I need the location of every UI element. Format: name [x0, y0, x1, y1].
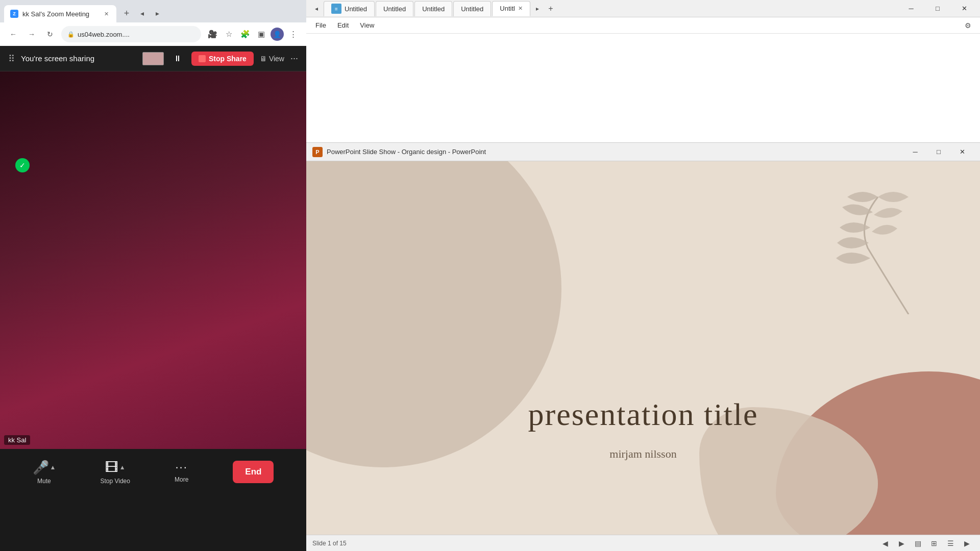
notepad-edit-menu[interactable]: Edit — [332, 19, 354, 31]
right-panel: ◂ ≡ Untitled Untitled Untitled Untitled … — [306, 0, 980, 551]
video-chevron-icon: ▲ — [119, 464, 126, 471]
mute-label: Mute — [37, 478, 51, 485]
view-button[interactable]: 🖥 View — [260, 55, 284, 63]
notepad-tab-2[interactable]: Untitled — [376, 1, 413, 16]
notepad-content[interactable] — [306, 34, 980, 142]
tab-favicon: Z — [10, 10, 18, 18]
powerpoint-window: P PowerPoint Slide Show - Organic design… — [306, 143, 980, 551]
reload-button[interactable]: ↻ — [43, 27, 57, 41]
tab-nav-back[interactable]: ◂ — [135, 6, 149, 20]
notepad-window: ◂ ≡ Untitled Untitled Untitled Untitled … — [306, 0, 980, 143]
normal-view-button[interactable]: ▤ — [911, 536, 925, 550]
ppt-close-button[interactable]: ✕ — [950, 144, 974, 160]
forward-button[interactable]: → — [24, 27, 39, 41]
view-label: View — [269, 55, 284, 63]
ppt-maximize-button[interactable]: □ — [927, 144, 950, 160]
ppt-window-buttons: ─ □ ✕ — [903, 144, 974, 160]
notepad-tab-2-label: Untitled — [383, 5, 406, 13]
security-badge: ✓ — [15, 158, 30, 172]
notepad-settings-button[interactable]: ⚙ — [960, 17, 976, 34]
notepad-new-tab-button[interactable]: + — [545, 3, 557, 15]
next-slide-button[interactable]: ▶ — [894, 536, 909, 550]
video-icon: 🎞 — [105, 460, 118, 475]
notepad-tab-5-close[interactable]: ✕ — [518, 5, 523, 12]
notepad-window-buttons: ─ □ ✕ — [899, 1, 976, 16]
sharing-status-text: You're screen sharing — [21, 54, 136, 63]
notepad-titlebar: ◂ ≡ Untitled Untitled Untitled Untitled … — [306, 0, 980, 17]
notepad-tab-1-label: Untitled — [345, 5, 367, 13]
pause-share-button[interactable]: ⏸ — [170, 51, 185, 66]
participant-name-label: kk Sal — [4, 435, 30, 445]
reading-view-button[interactable]: ☰ — [943, 536, 958, 550]
active-tab[interactable]: Z kk Sal's Zoom Meeting ✕ — [4, 5, 116, 22]
slide-thumbnail[interactable] — [142, 52, 164, 65]
more-share-button[interactable]: ··· — [290, 53, 298, 64]
slide-sorter-button[interactable]: ⊞ — [927, 536, 941, 550]
stop-video-label: Stop Video — [100, 478, 130, 485]
more-button[interactable]: ··· More — [175, 461, 188, 483]
notepad-nav-forward[interactable]: ▸ — [531, 3, 544, 15]
notepad-tab-3[interactable]: Untitled — [414, 1, 452, 16]
zoom-video-area: ✓ kk Sal — [0, 71, 306, 449]
leaf-decoration — [755, 171, 949, 314]
stop-video-button[interactable]: 🎞 ▲ Stop Video — [100, 460, 130, 485]
microphone-icon: 🎤 — [33, 460, 49, 475]
prev-slide-button[interactable]: ◀ — [878, 536, 892, 550]
notepad-menubar: File Edit View ⚙ — [306, 17, 980, 34]
cast-icon[interactable]: 🎥 — [205, 27, 219, 41]
ppt-title-text: PowerPoint Slide Show - Organic design -… — [327, 148, 899, 156]
slide-title: presentation title — [306, 396, 980, 433]
extensions-icon[interactable]: 🧩 — [238, 27, 252, 41]
ppt-titlebar: P PowerPoint Slide Show - Organic design… — [306, 143, 980, 161]
back-button[interactable]: ← — [6, 27, 20, 41]
zoom-panel: Z kk Sal's Zoom Meeting ✕ + ◂ ▸ ← → ↻ 🔒 … — [0, 0, 306, 551]
notepad-tab-3-label: Untitled — [422, 5, 445, 13]
ppt-slide-content: presentation title mirjam nilsson — [306, 161, 980, 535]
toolbar-icons: 🎥 ☆ 🧩 ▣ 👤 ⋮ — [205, 27, 300, 41]
slide-subtitle: mirjam nilsson — [306, 447, 980, 461]
share-dots-button[interactable]: ⠿ — [8, 53, 15, 64]
notepad-file-icon-1: ≡ — [331, 4, 341, 14]
notepad-minimize-button[interactable]: ─ — [899, 1, 923, 16]
url-text: us04web.zoom.... — [78, 31, 130, 38]
notepad-tab-5-label: Untitl — [500, 5, 515, 12]
notepad-nav-back[interactable]: ◂ — [310, 3, 323, 15]
status-icons: ◀ ▶ ▤ ⊞ ☰ ▶ — [878, 536, 974, 550]
menu-button[interactable]: ⋮ — [286, 27, 300, 41]
split-view-icon[interactable]: ▣ — [254, 27, 268, 41]
notepad-maximize-button[interactable]: □ — [926, 1, 949, 16]
url-bar[interactable]: 🔒 us04web.zoom.... — [61, 26, 201, 42]
lock-icon: 🔒 — [67, 31, 75, 38]
stop-share-icon — [199, 55, 206, 62]
stop-share-button[interactable]: Stop Share — [191, 52, 254, 66]
notepad-file-menu[interactable]: File — [310, 19, 331, 31]
slide-show-button[interactable]: ▶ — [960, 536, 974, 550]
stop-share-label: Stop Share — [209, 55, 247, 63]
notepad-tab-1[interactable]: ≡ Untitled — [324, 1, 375, 16]
mute-chevron-icon: ▲ — [50, 464, 56, 471]
ppt-statusbar: Slide 1 of 15 ◀ ▶ ▤ ⊞ ☰ ▶ — [306, 535, 980, 551]
profile-icon[interactable]: 👤 — [271, 28, 284, 41]
slide-count: Slide 1 of 15 — [312, 540, 347, 547]
notepad-tab-4[interactable]: Untitled — [453, 1, 491, 16]
notepad-view-menu[interactable]: View — [355, 19, 379, 31]
notepad-close-button[interactable]: ✕ — [952, 1, 976, 16]
notepad-tab-5[interactable]: Untitl ✕ — [492, 1, 530, 16]
notepad-tab-4-label: Untitled — [461, 5, 483, 13]
mute-button[interactable]: 🎤 ▲ Mute — [33, 460, 56, 485]
controls-bar: 🎤 ▲ Mute 🎞 ▲ Stop Video ··· More End — [0, 449, 306, 495]
end-meeting-button[interactable]: End — [233, 461, 274, 483]
browser-bar: Z kk Sal's Zoom Meeting ✕ + ◂ ▸ ← → ↻ 🔒 … — [0, 0, 306, 46]
new-tab-button[interactable]: + — [119, 6, 134, 20]
tab-close-button[interactable]: ✕ — [102, 10, 110, 18]
tab-bar: Z kk Sal's Zoom Meeting ✕ + ◂ ▸ — [0, 0, 306, 22]
shield-icon: ✓ — [15, 158, 30, 172]
bookmark-icon[interactable]: ☆ — [222, 27, 236, 41]
more-label: More — [175, 476, 188, 483]
tab-nav-forward[interactable]: ▸ — [150, 6, 164, 20]
tab-title: kk Sal's Zoom Meeting — [22, 10, 98, 18]
ppt-minimize-button[interactable]: ─ — [903, 144, 927, 160]
zoom-bottom-area: 🎤 ▲ Mute 🎞 ▲ Stop Video ··· More End — [0, 449, 306, 551]
zoom-share-bar: ⠿ You're screen sharing ⏸ Stop Share 🖥 V… — [0, 46, 306, 71]
more-dots-icon: ··· — [175, 461, 187, 474]
